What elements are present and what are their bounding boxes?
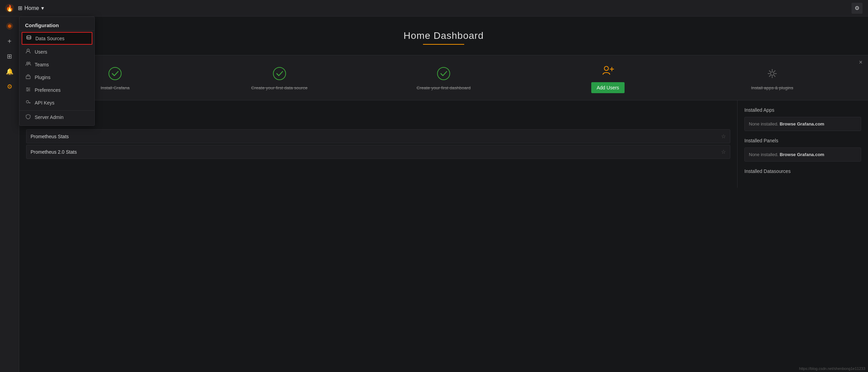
config-item-apikeys[interactable]: API Keys <box>20 96 94 109</box>
plugins-label: Plugins <box>35 75 50 80</box>
icon-sidebar: + ⊞ 🔔 ⚙ <box>0 17 19 372</box>
svg-point-4 <box>109 67 121 80</box>
config-item-users[interactable]: Users <box>20 45 94 58</box>
svg-point-7 <box>604 66 608 70</box>
sidebar-logo-btn[interactable] <box>3 19 16 33</box>
grafana-logo: 🔥 <box>4 3 15 14</box>
url-text: https://blog.csdn.net/shenbong1e11233 <box>799 366 865 371</box>
teams-label: Teams <box>35 62 49 67</box>
resources-title: Resources <box>26 120 730 125</box>
svg-point-10 <box>770 72 774 75</box>
preferences-label: Preferences <box>35 87 60 93</box>
resources-section: Resources Prometheus Stats ☆ Prometheus … <box>26 120 730 159</box>
step-install-icon <box>107 65 123 82</box>
step-datasource-icon <box>271 65 288 82</box>
serveradmin-label: Server Admin <box>35 114 64 120</box>
step-dashboard-label: Create your first dashboard <box>416 85 471 90</box>
browse-grafana-panels-link[interactable]: Browse Grafana.com <box>780 152 824 157</box>
right-panel: Installed Apps None installed. Browse Gr… <box>738 100 868 188</box>
installed-datasources-section: Installed Datasources <box>744 168 861 174</box>
sidebar-config-btn[interactable]: ⚙ <box>3 80 16 94</box>
svg-point-30 <box>26 101 29 103</box>
sidebar-alerts-btn[interactable]: 🔔 <box>3 65 16 78</box>
home-button[interactable]: ⊞ Home ▾ <box>18 5 44 11</box>
steps-close-button[interactable]: × <box>859 59 863 66</box>
step-addusers-icon <box>599 62 616 79</box>
step-plugins-label: Install apps & plugins <box>751 85 793 90</box>
installed-apps-text: None installed. <box>749 121 780 127</box>
database-icon <box>26 35 32 42</box>
home-grid-icon: ⊞ <box>18 5 22 11</box>
installed-panels-item: None installed. Browse Grafana.com <box>744 147 861 162</box>
step-dashboard: Create your first dashboard <box>362 65 526 90</box>
settings-button[interactable]: ⚙ <box>852 3 863 14</box>
svg-point-29 <box>27 90 28 91</box>
teams-icon <box>25 61 31 68</box>
svg-line-18 <box>769 75 770 76</box>
browse-grafana-apps-link[interactable]: Browse Grafana.com <box>780 121 824 127</box>
item-name: Prometheus 2.0 Stats <box>31 149 77 155</box>
config-item-preferences[interactable]: Preferences <box>20 84 94 96</box>
user-icon <box>25 48 31 55</box>
config-item-serveradmin[interactable]: Server Admin <box>20 110 94 123</box>
home-dropdown-arrow: ▾ <box>41 5 44 11</box>
steps-bar: Install Grafana Create your first data s… <box>19 55 868 100</box>
sidebar-add-btn[interactable]: + <box>3 34 16 48</box>
svg-text:🔥: 🔥 <box>6 4 14 12</box>
bell-icon: 🔔 <box>6 68 13 75</box>
installed-panels-title: Installed Panels <box>744 138 861 143</box>
item-name: Prometheus Stats <box>31 134 69 139</box>
installed-apps-item: None installed. Browse Grafana.com <box>744 117 861 131</box>
svg-point-5 <box>273 67 286 80</box>
plugins-icon <box>25 74 31 80</box>
svg-point-21 <box>27 62 28 64</box>
list-item[interactable]: Prometheus 2.0 Stats ☆ <box>26 145 730 159</box>
home-label: Home <box>24 5 39 11</box>
sidebar-dashboards-btn[interactable]: ⊞ <box>3 50 16 63</box>
add-icon: + <box>8 37 12 45</box>
main-layout: + ⊞ 🔔 ⚙ Home Dashboard <box>0 17 868 372</box>
shield-icon <box>25 114 31 120</box>
dashboard-header: Home Dashboard <box>19 17 868 55</box>
svg-rect-23 <box>26 76 30 79</box>
svg-line-17 <box>774 70 775 72</box>
add-users-button[interactable]: Add Users <box>591 82 625 93</box>
key-icon <box>25 99 31 106</box>
step-datasource-label: Create your first data source <box>251 85 308 90</box>
dashboards-icon: ⊞ <box>7 53 12 60</box>
step-plugins: Install apps & plugins <box>690 65 854 90</box>
page-title: Home Dashboard <box>26 30 861 41</box>
svg-point-28 <box>28 89 30 90</box>
svg-line-15 <box>769 70 770 72</box>
star-icon[interactable]: ☆ <box>721 133 726 140</box>
gear-icon: ⚙ <box>855 5 859 11</box>
preferences-icon <box>25 87 31 93</box>
step-addusers: Add Users <box>526 62 690 93</box>
step-dashboard-icon <box>435 65 452 82</box>
installed-apps-section: Installed Apps None installed. Browse Gr… <box>744 107 861 131</box>
config-item-datasources[interactable]: Data Sources <box>22 32 92 45</box>
step-plugins-icon <box>764 65 780 82</box>
svg-point-27 <box>27 88 28 89</box>
installed-apps-title: Installed Apps <box>744 107 861 113</box>
star-icon[interactable]: ☆ <box>721 149 726 155</box>
recently-viewed-title: Recently viewed dashboards <box>26 107 730 113</box>
left-panel: Recently viewed dashboards Resources Pro… <box>19 100 738 188</box>
config-item-plugins[interactable]: Plugins <box>20 71 94 84</box>
step-datasource: Create your first data source <box>197 65 361 90</box>
config-icon: ⚙ <box>7 83 12 90</box>
svg-point-22 <box>28 62 30 64</box>
installed-panels-section: Installed Panels None installed. Browse … <box>744 138 861 162</box>
top-bar: 🔥 ⊞ Home ▾ ⚙ <box>0 0 868 17</box>
svg-point-6 <box>437 67 450 80</box>
recently-viewed-section: Recently viewed dashboards <box>26 107 730 113</box>
config-dropdown: Configuration Data Sources Users <box>19 17 95 126</box>
title-underline <box>423 44 464 45</box>
list-item[interactable]: Prometheus Stats ☆ <box>26 129 730 143</box>
datasources-label: Data Sources <box>35 36 65 41</box>
top-bar-left: 🔥 ⊞ Home ▾ <box>4 3 44 14</box>
svg-line-16 <box>774 75 775 76</box>
content-area: Home Dashboard Install Grafana <box>19 17 868 372</box>
config-dropdown-header: Configuration <box>20 19 94 31</box>
config-item-teams[interactable]: Teams <box>20 58 94 71</box>
